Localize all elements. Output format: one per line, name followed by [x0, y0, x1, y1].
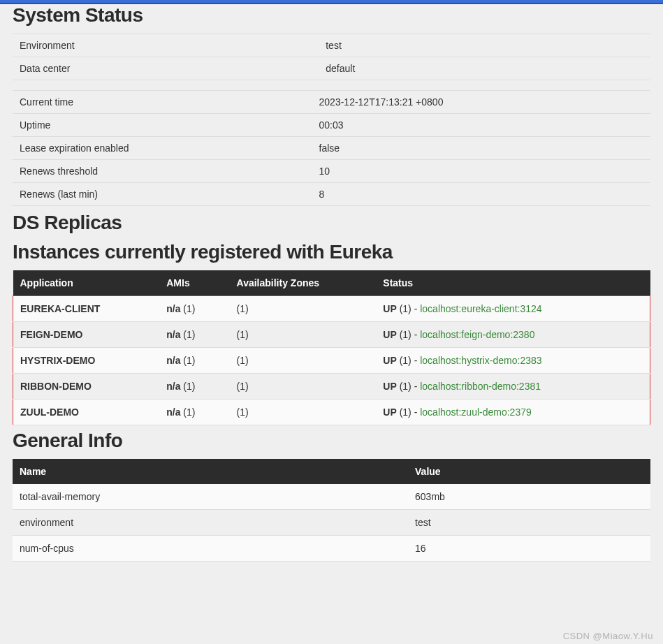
- kv-value: false: [312, 137, 650, 160]
- table-row: EUREKA-CLIENTn/a (1)(1)UP (1) - localhos…: [13, 296, 650, 322]
- cell-value: 16: [408, 536, 650, 562]
- cell-application: RIBBON-DEMO: [13, 374, 160, 400]
- status-label: UP: [383, 355, 396, 366]
- table-row: environmenttest: [13, 510, 650, 536]
- cell-value: test: [408, 510, 650, 536]
- col-application: Application: [13, 270, 160, 296]
- col-zones: Availability Zones: [230, 270, 377, 296]
- instances-table: Application AMIs Availability Zones Stat…: [13, 270, 650, 425]
- kv-key: Current time: [13, 91, 312, 114]
- heading-system-status: System Status: [13, 4, 650, 27]
- kv-value: 2023-12-12T17:13:21 +0800: [312, 91, 650, 114]
- kv-row: Renews (last min)8: [13, 183, 650, 206]
- cell-application: HYSTRIX-DEMO: [13, 348, 160, 374]
- cell-amis: n/a (1): [159, 322, 229, 348]
- kv-row: Data centerdefault: [13, 57, 650, 80]
- table-row: HYSTRIX-DEMOn/a (1)(1)UP (1) - localhost…: [13, 348, 650, 374]
- kv-row: Current time2023-12-12T17:13:21 +0800: [13, 91, 650, 114]
- kv-value: 10: [312, 160, 650, 183]
- cell-name: total-avail-memory: [13, 484, 408, 510]
- general-info-table: Name Value total-avail-memory603mbenviro…: [13, 459, 650, 562]
- kv-key: Renews (last min): [13, 183, 312, 206]
- col-value: Value: [408, 459, 650, 484]
- instance-link[interactable]: localhost:ribbon-demo:2381: [420, 381, 541, 392]
- instance-link[interactable]: localhost:hystrix-demo:2383: [420, 355, 541, 366]
- cell-application: EUREKA-CLIENT: [13, 296, 160, 322]
- table-row: num-of-cpus16: [13, 536, 650, 562]
- cell-zones: (1): [230, 348, 377, 374]
- cell-status: UP (1) - localhost:hystrix-demo:2383: [376, 348, 650, 374]
- cell-zones: (1): [230, 296, 377, 322]
- kv-key: Renews threshold: [13, 160, 312, 183]
- instance-link[interactable]: localhost:feign-demo:2380: [420, 329, 534, 340]
- cell-amis: n/a (1): [159, 296, 229, 322]
- cell-zones: (1): [230, 322, 377, 348]
- table-row: ZUUL-DEMOn/a (1)(1)UP (1) - localhost:zu…: [13, 400, 650, 425]
- cell-application: FEIGN-DEMO: [13, 322, 160, 348]
- status-label: UP: [383, 407, 396, 418]
- watermark: CSDN @Miaow.Y.Hu: [563, 631, 653, 641]
- kv-value: 00:03: [312, 114, 650, 137]
- table-row: total-avail-memory603mb: [13, 484, 650, 510]
- cell-zones: (1): [230, 374, 377, 400]
- table-row: RIBBON-DEMOn/a (1)(1)UP (1) - localhost:…: [13, 374, 650, 400]
- cell-status: UP (1) - localhost:ribbon-demo:2381: [376, 374, 650, 400]
- heading-instances: Instances currently registered with Eure…: [13, 241, 650, 263]
- cell-status: UP (1) - localhost:zuul-demo:2379: [376, 400, 650, 425]
- cell-amis: n/a (1): [159, 374, 229, 400]
- kv-row: Lease expiration enabledfalse: [13, 137, 650, 160]
- kv-value: default: [319, 57, 650, 80]
- cell-application: ZUUL-DEMO: [13, 400, 160, 425]
- kv-key: Uptime: [13, 114, 312, 137]
- status-label: UP: [383, 381, 396, 392]
- kv-row: Uptime00:03: [13, 114, 650, 137]
- system-status-time-table: Current time2023-12-12T17:13:21 +0800Upt…: [13, 90, 650, 206]
- instance-link[interactable]: localhost:eureka-client:3124: [420, 303, 541, 314]
- status-label: UP: [383, 329, 396, 340]
- heading-ds-replicas: DS Replicas: [13, 212, 650, 234]
- kv-key: Data center: [13, 57, 319, 80]
- heading-general-info: General Info: [13, 430, 650, 452]
- instance-link[interactable]: localhost:zuul-demo:2379: [420, 407, 532, 418]
- cell-amis: n/a (1): [159, 400, 229, 425]
- col-status: Status: [376, 270, 650, 296]
- cell-name: environment: [13, 510, 408, 536]
- page-content: System Status EnvironmenttestData center…: [0, 4, 663, 574]
- system-status-env-table: EnvironmenttestData centerdefault: [13, 34, 650, 80]
- col-amis: AMIs: [159, 270, 229, 296]
- cell-status: UP (1) - localhost:feign-demo:2380: [376, 322, 650, 348]
- kv-row: Renews threshold10: [13, 160, 650, 183]
- kv-value: 8: [312, 183, 650, 206]
- kv-value: test: [319, 34, 650, 57]
- kv-key: Environment: [13, 34, 319, 57]
- cell-zones: (1): [230, 400, 377, 425]
- cell-amis: n/a (1): [159, 348, 229, 374]
- cell-name: num-of-cpus: [13, 536, 408, 562]
- cell-status: UP (1) - localhost:eureka-client:3124: [376, 296, 650, 322]
- cell-value: 603mb: [408, 484, 650, 510]
- table-row: FEIGN-DEMOn/a (1)(1)UP (1) - localhost:f…: [13, 322, 650, 348]
- kv-key: Lease expiration enabled: [13, 137, 312, 160]
- status-label: UP: [383, 303, 396, 314]
- kv-row: Environmenttest: [13, 34, 650, 57]
- col-name: Name: [13, 459, 408, 484]
